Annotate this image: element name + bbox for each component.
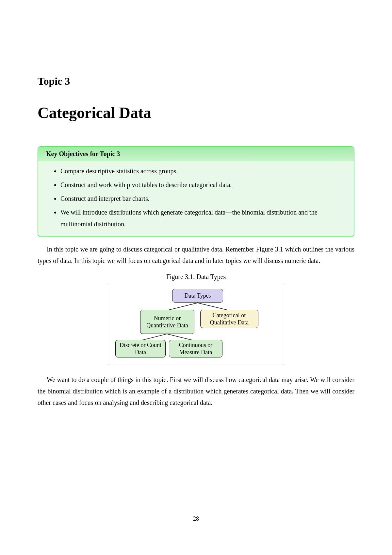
svg-line-3 bbox=[167, 334, 194, 340]
objectives-body: Compare descriptive statistics across gr… bbox=[38, 161, 354, 236]
svg-line-0 bbox=[167, 303, 198, 310]
paragraph-intro: In this topic we are going to discuss ca… bbox=[38, 244, 354, 267]
figure-caption: Figure 3.1: Data Types bbox=[38, 273, 354, 281]
page-title: Categorical Data bbox=[38, 104, 354, 122]
topic-number: Topic 3 bbox=[38, 75, 354, 87]
node-continuous-measure: Continuous or Measure Data bbox=[169, 340, 222, 357]
paragraph-body: We want to do a couple of things in this… bbox=[38, 374, 354, 408]
svg-line-1 bbox=[198, 303, 229, 310]
objectives-box: Key Objectives for Topic 3 Compare descr… bbox=[38, 146, 354, 237]
node-numeric-quantitative: Numeric or Quantitative Data bbox=[140, 310, 194, 334]
node-categorical-qualitative: Categorical or Qualitative Data bbox=[200, 310, 258, 328]
objective-item: Compare descriptive statistics across gr… bbox=[60, 165, 345, 177]
objective-item: We will introduce distributions which ge… bbox=[60, 206, 345, 230]
objective-item: Construct and interpret bar charts. bbox=[60, 193, 345, 204]
objective-item: Construct and work with pivot tables to … bbox=[60, 179, 345, 191]
objectives-header: Key Objectives for Topic 3 bbox=[38, 147, 354, 161]
svg-line-2 bbox=[141, 334, 167, 340]
node-root-data-types: Data Types bbox=[172, 289, 223, 303]
node-discrete-count: Discrete or Count Data bbox=[115, 340, 166, 357]
page-number: 28 bbox=[0, 515, 392, 522]
figure-data-types: Data Types Numeric or Quantitative Data … bbox=[108, 284, 284, 365]
